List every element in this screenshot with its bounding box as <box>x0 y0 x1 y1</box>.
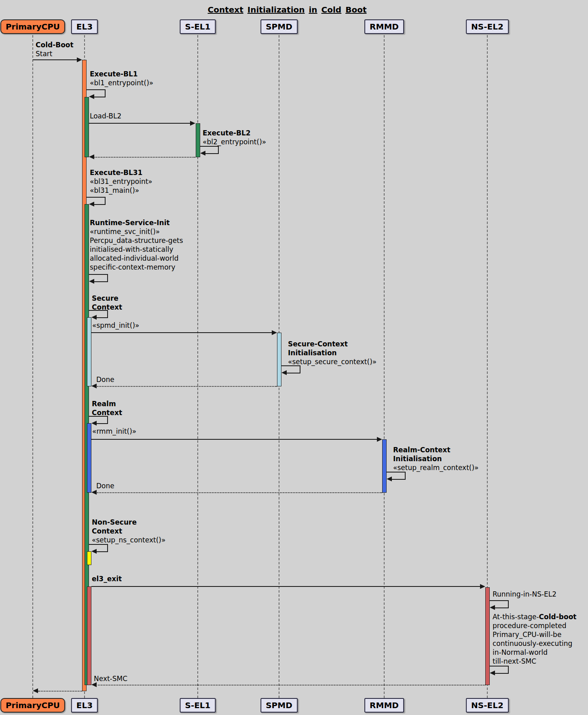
participant-s-el1-bottom: S-EL1 <box>180 698 216 713</box>
selfcall-secure-context-init <box>300 365 300 373</box>
activation-rmmd-blue <box>382 439 387 493</box>
arrowhead-icon <box>377 437 382 442</box>
message-done-secure-label: Done <box>96 375 114 384</box>
message-realm-context-label: Realm Context <box>92 399 122 417</box>
participant-spmd-top: SPMD <box>260 19 298 34</box>
arrowhead-icon <box>387 477 392 481</box>
message-non-secure-context-label: Non-Secure Context «setup_ns_context()» <box>92 518 165 544</box>
return-done-realm-line <box>96 492 382 493</box>
activation-el3-green-1 <box>85 97 89 157</box>
selfcall-secure-context <box>96 317 108 318</box>
participant-ns-el2-top: NS-EL2 <box>466 19 509 34</box>
selfcall-execute-bl31 <box>105 197 106 204</box>
message-spmd-init-line <box>91 332 272 333</box>
message-load-bl2-label: Load-BL2 <box>90 112 121 120</box>
selfcall-runtime-service-init <box>93 281 108 282</box>
arrowhead-icon <box>91 682 97 687</box>
return-done-secure-line <box>96 386 277 387</box>
message-load-bl2-line <box>89 123 190 124</box>
arrowhead-icon <box>89 202 94 207</box>
message-secure-context-label: Secure Context <box>92 294 122 312</box>
message-secure-context-init-label: Secure-Context Initialisation «setup_sec… <box>288 340 376 366</box>
message-execute-bl2-label: Execute-BL2 «bl2_entrypoint()» <box>203 129 266 146</box>
arrowhead-icon <box>490 671 495 675</box>
arrowhead-icon <box>91 384 97 388</box>
participant-rmmd-bottom: RMMD <box>364 698 404 713</box>
message-done-realm-label: Done <box>96 481 114 490</box>
activation-el3-blue <box>87 423 91 493</box>
selfcall-running-ns-el2 <box>494 607 509 608</box>
message-runtime-service-init-label: Runtime-Service-Init «runtime_svc_init()… <box>90 218 183 272</box>
arrowhead-icon <box>89 94 94 99</box>
selfcall-cold-boot-complete <box>508 666 509 673</box>
message-rmm-init-line <box>91 439 377 440</box>
arrowhead-icon <box>33 688 38 693</box>
return-to-primarycpu-line <box>38 691 82 692</box>
participant-rmmd-top: RMMD <box>364 19 404 34</box>
selfcall-secure-context-init <box>286 373 300 373</box>
message-spmd-init-label: «spmd_init()» <box>92 321 139 330</box>
message-cold-boot-label: Cold-Boot Start <box>36 40 74 58</box>
sequence-diagram: ContextInitializationinColdBoot PrimaryC… <box>0 0 588 715</box>
selfcall-cold-boot-complete <box>494 673 509 674</box>
activation-el3-yellow <box>87 551 91 565</box>
selfcall-running-ns-el2 <box>508 600 509 607</box>
participant-el3-top: EL3 <box>71 19 98 34</box>
selfcall-execute-bl1 <box>93 97 106 97</box>
diagram-title: ContextInitializationinColdBoot <box>0 5 574 15</box>
message-realm-context-init-label: Realm-Context Initialisation «setup_real… <box>393 445 478 472</box>
arrowhead-icon <box>89 279 94 284</box>
message-execute-bl31-label: Execute-BL31 «bl31_entrypoint» «bl31_mai… <box>90 168 152 195</box>
participant-spmd-bottom: SPMD <box>260 698 298 713</box>
selfcall-execute-bl2 <box>205 153 219 154</box>
title-word: in <box>309 5 317 15</box>
title-word: Context <box>208 5 243 15</box>
selfcall-runtime-service-init <box>89 274 108 275</box>
participant-primarycpu-top: PrimaryCPU <box>0 19 65 34</box>
message-el3-exit-line <box>91 586 480 587</box>
selfcall-execute-bl31 <box>87 197 106 198</box>
selfcall-realm-context-init <box>391 479 406 480</box>
arrowhead-icon <box>91 315 97 320</box>
return-bl2-line <box>93 157 195 158</box>
arrowhead-icon <box>190 121 195 126</box>
lifeline-rmmd <box>384 35 385 698</box>
message-next-smc-label: Next-SMC <box>94 674 127 683</box>
title-word: Boot <box>345 5 366 15</box>
selfcall-execute-bl2 <box>218 146 219 153</box>
arrowhead-icon <box>480 584 485 589</box>
activation-s-el1-green <box>196 123 200 157</box>
selfcall-runtime-service-init <box>107 274 108 281</box>
arrowhead-icon <box>91 421 97 426</box>
participant-ns-el2-bottom: NS-EL2 <box>466 698 509 713</box>
participant-el3-bottom: EL3 <box>71 698 98 713</box>
selfcall-non-secure-context <box>96 551 108 552</box>
selfcall-non-secure-context <box>107 544 108 551</box>
arrowhead-icon <box>200 151 205 156</box>
title-word: Cold <box>321 5 342 15</box>
selfcall-execute-bl1 <box>105 89 106 97</box>
selfcall-realm-context <box>96 423 108 424</box>
message-cold-boot-complete-label: At-this-stage-Cold-boot procedure-comple… <box>493 612 576 666</box>
activation-el3-lightblue <box>87 317 91 386</box>
selfcall-cold-boot-complete <box>490 666 509 666</box>
participant-primarycpu-bottom: PrimaryCPU <box>0 698 65 713</box>
return-next-smc-line <box>96 685 485 685</box>
activation-el3-red <box>87 586 91 685</box>
arrowhead-icon <box>490 605 495 610</box>
selfcall-execute-bl31 <box>93 204 106 205</box>
arrowhead-icon <box>281 370 287 375</box>
arrowhead-icon <box>91 490 97 495</box>
message-el3-exit-label: el3_exit <box>92 574 122 583</box>
message-running-ns-el2-label: Running-in-NS-EL2 <box>493 590 556 599</box>
message-cold-boot-line <box>33 59 77 60</box>
message-execute-bl1-label: Execute-BL1 «bl1_entrypoint()» <box>90 70 153 87</box>
selfcall-execute-bl1 <box>87 89 106 90</box>
lifeline-primarycpu <box>32 35 33 698</box>
selfcall-running-ns-el2 <box>490 600 509 601</box>
message-rmm-init-label: «rmm_init()» <box>92 427 136 436</box>
arrowhead-icon <box>77 57 82 62</box>
arrowhead-icon <box>91 549 97 554</box>
selfcall-realm-context-init <box>405 472 406 479</box>
arrowhead-icon <box>272 330 277 335</box>
